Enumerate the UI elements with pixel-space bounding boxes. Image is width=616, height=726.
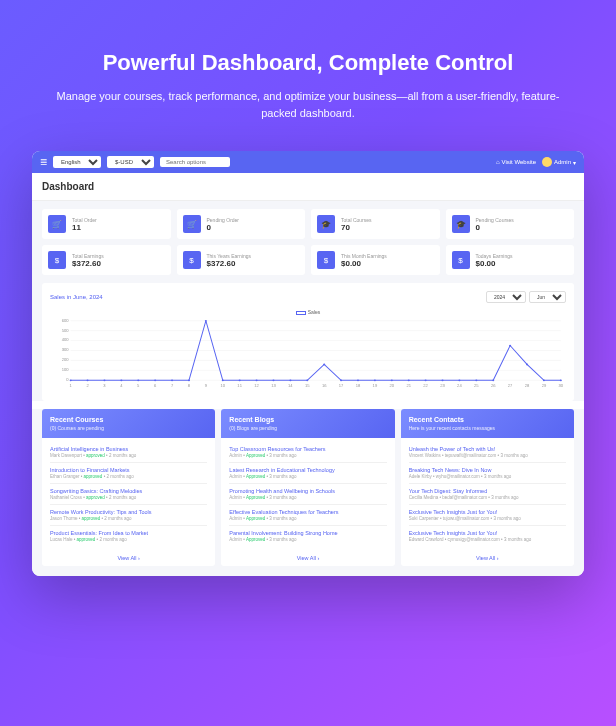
dashboard-window: ≡ English $-USD ⌂Visit Website Admin▾ Da… xyxy=(32,151,584,576)
stat-value: $0.00 xyxy=(476,259,513,268)
stat-card: 🛒Pending Order0 xyxy=(177,209,306,239)
item-title: Effective Evaluation Techniques for Teac… xyxy=(229,509,386,515)
svg-text:22: 22 xyxy=(423,385,428,389)
item-meta: Nathaniel Cross • approved • 2 months ag… xyxy=(50,495,207,500)
list-item[interactable]: Songwriting Basics: Crafting MelodiesNat… xyxy=(50,484,207,505)
chart-month-select[interactable]: Jun xyxy=(529,291,566,303)
svg-text:27: 27 xyxy=(508,385,513,389)
menu-icon[interactable]: ≡ xyxy=(40,155,47,169)
svg-point-52 xyxy=(391,379,393,381)
svg-text:30: 30 xyxy=(559,385,564,389)
list-item[interactable]: Introduction to Financial MarketsEthan G… xyxy=(50,463,207,484)
item-title: Exclusive Tech Insights Just for You! xyxy=(409,530,566,536)
svg-text:15: 15 xyxy=(305,385,310,389)
language-select[interactable]: English xyxy=(53,156,101,168)
list-item[interactable]: Breaking Tech News: Dive In NowAdele Kir… xyxy=(409,463,566,484)
item-title: Parental Involvement: Building Strong Ho… xyxy=(229,530,386,536)
svg-text:11: 11 xyxy=(237,385,242,389)
item-meta: Admin • Approved • 3 months ago xyxy=(229,537,386,542)
stat-label: Pending Order xyxy=(207,217,240,223)
list-item[interactable]: Exclusive Tech Insights Just for You!Edw… xyxy=(409,526,566,546)
svg-point-66 xyxy=(509,345,511,347)
list-item[interactable]: Artificial Intelligence in BusinessMark … xyxy=(50,442,207,463)
stat-icon: 🎓 xyxy=(317,215,335,233)
visit-website-link[interactable]: ⌂Visit Website xyxy=(496,159,536,165)
stat-icon: $ xyxy=(452,251,470,269)
view-all-link[interactable]: View All › xyxy=(221,550,394,566)
stat-icon: $ xyxy=(48,251,66,269)
view-all-link[interactable]: View All › xyxy=(42,550,215,566)
avatar xyxy=(542,157,552,167)
view-all-link[interactable]: View All › xyxy=(401,550,574,566)
stat-value: 70 xyxy=(341,223,372,232)
chevron-down-icon: ▾ xyxy=(573,159,576,166)
svg-point-72 xyxy=(560,379,562,381)
svg-point-36 xyxy=(256,379,258,381)
chart-year-select[interactable]: 2024 xyxy=(486,291,526,303)
panel-subtitle: Here is your recent contacts messages xyxy=(409,425,566,431)
svg-point-50 xyxy=(374,379,376,381)
svg-point-42 xyxy=(306,379,308,381)
stat-value: 0 xyxy=(207,223,240,232)
svg-text:600: 600 xyxy=(62,319,69,323)
svg-point-46 xyxy=(340,379,342,381)
stat-icon: 🛒 xyxy=(48,215,66,233)
hero-subtitle: Manage your courses, track performance, … xyxy=(40,88,576,121)
stat-icon: 🎓 xyxy=(452,215,470,233)
stat-card: 🛒Total Order11 xyxy=(42,209,171,239)
svg-point-68 xyxy=(526,364,528,366)
svg-point-20 xyxy=(120,379,122,381)
panel-title: Recent Contacts xyxy=(409,416,566,423)
item-title: Artificial Intelligence in Business xyxy=(50,446,207,452)
svg-text:25: 25 xyxy=(474,385,479,389)
list-item[interactable]: Unleash the Power of Tech with Us!Vincen… xyxy=(409,442,566,463)
svg-text:21: 21 xyxy=(406,385,411,389)
list-item[interactable]: Exclusive Tech Insights Just for You!Suk… xyxy=(409,505,566,526)
stat-value: 0 xyxy=(476,223,514,232)
svg-text:24: 24 xyxy=(457,385,463,389)
list-item[interactable]: Top Classroom Resources for TeachersAdmi… xyxy=(229,442,386,463)
list-item[interactable]: Latest Research in Educational Technolog… xyxy=(229,463,386,484)
item-meta: Admin • Approved • 3 months ago xyxy=(229,453,386,458)
panel: Recent Blogs(0) Blogs are pendingTop Cla… xyxy=(221,409,394,566)
search-input[interactable] xyxy=(160,157,230,167)
list-item[interactable]: Effective Evaluation Techniques for Teac… xyxy=(229,505,386,526)
svg-point-24 xyxy=(154,379,156,381)
panel-subtitle: (0) Blogs are pending xyxy=(229,425,386,431)
svg-point-44 xyxy=(323,364,325,366)
list-item[interactable]: Parental Involvement: Building Strong Ho… xyxy=(229,526,386,546)
svg-text:10: 10 xyxy=(220,385,225,389)
item-title: Latest Research in Educational Technolog… xyxy=(229,467,386,473)
svg-point-34 xyxy=(239,379,241,381)
svg-text:20: 20 xyxy=(390,385,395,389)
list-item[interactable]: Remote Work Productivity: Tips and Tools… xyxy=(50,505,207,526)
svg-text:12: 12 xyxy=(254,385,259,389)
item-title: Product Essentials: From Idea to Market xyxy=(50,530,207,536)
list-item[interactable]: Your Tech Digest: Stay InformedCecilia M… xyxy=(409,484,566,505)
svg-text:16: 16 xyxy=(322,385,327,389)
item-meta: Admin • Approved • 3 months ago xyxy=(229,495,386,500)
svg-point-40 xyxy=(289,379,291,381)
list-item[interactable]: Product Essentials: From Idea to MarketL… xyxy=(50,526,207,546)
item-meta: Mark Davenport • approved • 2 months ago xyxy=(50,453,207,458)
svg-text:9: 9 xyxy=(205,385,207,389)
stat-icon: $ xyxy=(183,251,201,269)
chevron-right-icon: › xyxy=(138,555,140,561)
svg-text:23: 23 xyxy=(440,385,445,389)
stat-value: $372.60 xyxy=(72,259,104,268)
svg-point-70 xyxy=(543,379,545,381)
svg-text:2: 2 xyxy=(86,385,88,389)
svg-text:500: 500 xyxy=(62,329,69,333)
stat-card: $This Years Earnings$372.60 xyxy=(177,245,306,275)
svg-text:4: 4 xyxy=(120,385,123,389)
stat-value: $372.60 xyxy=(207,259,251,268)
svg-text:7: 7 xyxy=(171,385,173,389)
stats-grid: 🛒Total Order11🛒Pending Order0🎓Total Cour… xyxy=(32,201,584,283)
svg-text:1: 1 xyxy=(69,385,71,389)
user-menu[interactable]: Admin▾ xyxy=(542,157,576,167)
currency-select[interactable]: $-USD xyxy=(107,156,154,168)
stat-card: 🎓Total Courses70 xyxy=(311,209,440,239)
list-item[interactable]: Promoting Health and Wellbeing in School… xyxy=(229,484,386,505)
svg-text:13: 13 xyxy=(271,385,276,389)
svg-point-28 xyxy=(188,379,190,381)
